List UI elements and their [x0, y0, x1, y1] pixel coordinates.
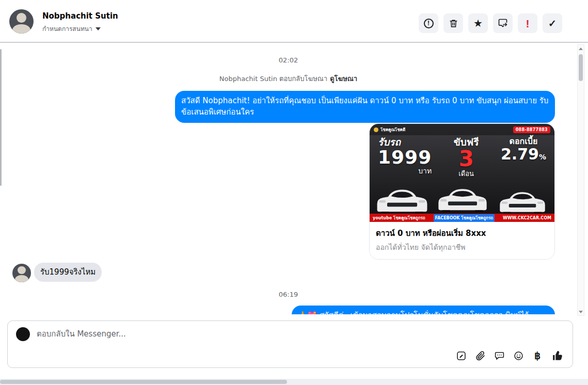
ad-website-text: WWW.CKC2CAR.COM: [503, 216, 551, 220]
left-scrollbar[interactable]: [0, 49, 2, 186]
conversation-header: Nobphachit Sutin กำหนดการสนทนา ! ★: [0, 0, 588, 43]
header-actions: ! ★ ! ✓: [419, 13, 562, 33]
view-ad-link[interactable]: ดูโฆษณา: [330, 75, 357, 83]
ad-image-topbar: โชคคูณโชคดี 088-8877883: [370, 124, 554, 135]
composer-toolbar: ฿: [455, 349, 564, 362]
chevron-down-icon: [96, 27, 101, 30]
outgoing-message-bubble: สวัสดี Nobphachit! อย่าให้รถที่คุณชอบ เป…: [175, 91, 555, 123]
payment-button[interactable]: ฿: [532, 350, 543, 361]
mark-done-button[interactable]: ✓: [543, 13, 562, 33]
promo-downpayment: รับรถ 1999 บาท: [378, 137, 432, 178]
reply-composer: ฿: [7, 320, 573, 368]
brand-logo-icon: [374, 127, 378, 132]
ad-card-subtitle: ออกได้ทั่วไทย จัดได้ทุกอาชีพ: [376, 242, 548, 253]
conversation-label-dropdown[interactable]: กำหนดการสนทนา: [42, 24, 101, 34]
page-avatar: [16, 327, 30, 341]
star-button[interactable]: ★: [468, 13, 488, 33]
timestamp: 02:02: [0, 56, 577, 64]
conversation-label: กำหนดการสนทนา: [42, 24, 92, 34]
ad-image-footer: youtube โชคคูณโชคถูกรถ FACEBOOK โชคคูณโช…: [370, 214, 554, 222]
paperclip-icon: [475, 350, 486, 361]
timestamp: 06:19: [0, 291, 577, 298]
trash-icon: [449, 19, 458, 28]
comment-button[interactable]: [494, 350, 505, 361]
attach-file-button[interactable]: [474, 350, 486, 361]
messenger-inbox-window: Nobphachit Sutin กำหนดการสนทนา ! ★: [0, 0, 588, 385]
vertical-scrollbar[interactable]: [577, 44, 584, 316]
ad-brand: โชคคูณโชคดี: [374, 126, 405, 133]
ad-context-text: Nobphachit Sutin ตอบกลับโฆษณา: [219, 75, 327, 83]
baht-icon: ฿: [534, 351, 541, 361]
ad-phone-badge: 088-8877883: [513, 126, 550, 133]
check-icon: ✓: [548, 19, 557, 28]
ad-card[interactable]: โชคคูณโชคดี 088-8877883 รับรถ 1999 บาท ข…: [369, 123, 555, 260]
mark-important-button[interactable]: !: [518, 13, 537, 33]
incoming-message-bubble: รับ1999จริงไหม: [34, 263, 102, 282]
exclamation-circle-icon: !: [424, 19, 434, 28]
comment-icon: [494, 350, 505, 361]
promo-interest-rate: ดอกเบี้ย 2.79%: [501, 137, 546, 178]
emoji-button[interactable]: [513, 350, 524, 361]
emoji-smiley-icon: [513, 350, 524, 361]
promo-free-months: ขับฟรี 3 เดือน: [454, 137, 479, 178]
contact-message-avatar[interactable]: [12, 264, 31, 282]
ad-youtube-text: youtube โชคคูณโชคถูกรถ: [373, 215, 425, 221]
delete-button[interactable]: [443, 13, 463, 33]
ad-facebook-text: FACEBOOK โชคคูณโชคถูกรถ: [434, 214, 495, 222]
outgoing-message-bubble-clipped: 🙏💖 สวัสดีค่ะ เข้ามาสอบถามโปรโมชั่นกับโชค…: [292, 306, 555, 314]
thumbs-up-icon: [551, 349, 564, 362]
scroll-down-arrow[interactable]: [578, 308, 584, 315]
contact-name: Nobphachit Sutin: [42, 11, 118, 21]
scroll-up-arrow[interactable]: [578, 45, 584, 52]
ad-promos: รับรถ 1999 บาท ขับฟรี 3 เดือน ดอกเบี้ย 2…: [370, 137, 554, 178]
ad-card-text: ดาวน์ 0 บาท หรือผ่อนเริ่ม 8xxx ออกได้ทั่…: [370, 222, 554, 259]
vertical-scrollbar-thumb[interactable]: [579, 54, 583, 81]
report-button[interactable]: !: [419, 13, 438, 33]
suv-car-graphic: [434, 181, 491, 215]
ad-context-line: Nobphachit Sutin ตอบกลับโฆษณาดูโฆษณา: [0, 73, 577, 84]
ad-cars: [370, 181, 554, 215]
horizontal-scrollbar-thumb[interactable]: [0, 380, 287, 384]
horizontal-scrollbar[interactable]: [0, 379, 588, 385]
star-icon: ★: [473, 18, 483, 28]
sedan-car-graphic: [492, 186, 552, 215]
reply-input[interactable]: [37, 328, 326, 340]
saved-replies-button[interactable]: [455, 350, 467, 361]
saved-replies-icon: [456, 350, 467, 361]
ad-image: โชคคูณโชคดี 088-8877883 รับรถ 1999 บาท ข…: [370, 124, 554, 222]
message-thread: 02:02 Nobphachit Sutin ตอบกลับโฆษณาดูโฆษ…: [0, 44, 577, 314]
like-button[interactable]: [551, 349, 564, 362]
message-move-icon: [498, 18, 508, 28]
ad-card-title: ดาวน์ 0 บาท หรือผ่อนเริ่ม 8xxx: [376, 227, 548, 239]
pickup-car-graphic: [372, 183, 433, 215]
contact-avatar[interactable]: [9, 9, 34, 34]
red-exclamation-icon: !: [526, 18, 530, 29]
move-conversation-button[interactable]: [493, 13, 513, 33]
